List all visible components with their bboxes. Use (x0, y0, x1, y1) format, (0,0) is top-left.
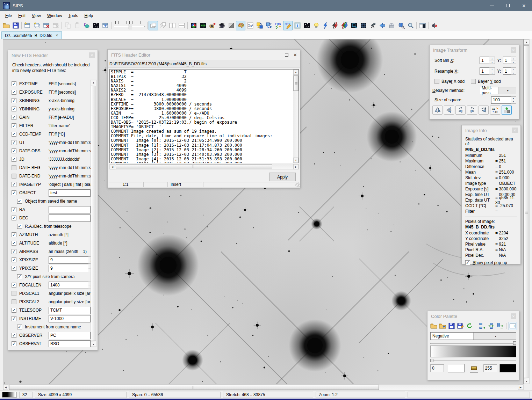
date-obs-checkbox[interactable]: ✓ (12, 148, 16, 153)
observat-checkbox[interactable]: ✓ (12, 341, 16, 346)
flip-horizontal-button[interactable] (432, 106, 443, 115)
resample-x-value[interactable]: 1 (480, 67, 489, 75)
batch-transform-button[interactable] (255, 21, 264, 30)
aperture-rings-button[interactable] (359, 21, 368, 30)
center-cross-button[interactable] (101, 21, 110, 30)
show-pixel-popup-checkbox[interactable]: ✓ (465, 260, 470, 265)
airmass-checkbox[interactable]: ✓ (12, 249, 16, 254)
editor-horizontal-scrollbar[interactable]: ◀ ▶ (109, 164, 299, 169)
black-point-slider[interactable] (430, 359, 516, 362)
resample-y-value[interactable]: 1 (503, 67, 511, 75)
soft-bin-x[interactable]: 1▲▼ (480, 57, 495, 64)
soft-bin-y-value[interactable]: 1 (503, 57, 511, 64)
focallen-input-value[interactable]: 1408 (49, 282, 88, 289)
fits-header-text-area[interactable]: SIMPLE = T BITPIX = 32 NAXIS = 2 NAXIS1 … (109, 69, 299, 163)
observer-input[interactable]: PC (49, 332, 91, 339)
resample-y-up-icon[interactable]: ▲ (511, 68, 516, 71)
color-wheel-button[interactable] (189, 21, 198, 30)
xpixsize-input[interactable]: 9▲▼ (49, 256, 91, 264)
scroll-down-icon[interactable]: ▼ (293, 158, 299, 163)
imagetyp-checkbox[interactable]: ✓ (12, 182, 16, 187)
vertical-scrollbar[interactable]: ▲ ▼ (524, 39, 530, 384)
instrume-input[interactable]: V-1000 (49, 315, 91, 322)
scroll-up-icon[interactable]: ▲ (91, 80, 96, 85)
scroll-left-icon[interactable]: ◀ (110, 164, 115, 169)
ccd-temp-checkbox[interactable]: ✓ (12, 132, 16, 137)
editor-vertical-scrollbar[interactable]: ▲ ▼ (293, 70, 299, 163)
fits-filter-gain-button[interactable]: FITS (274, 21, 283, 30)
square-size-input-up-icon[interactable]: ▲ (511, 97, 516, 100)
horizontal-scrollbar[interactable]: ◀ ▶ (3, 384, 524, 390)
star-mask-button[interactable] (91, 21, 101, 30)
align-target-button[interactable] (198, 21, 208, 30)
rotate-180-button[interactable] (479, 106, 489, 115)
instrument-from-camera-name-checkbox[interactable]: ✓ (17, 325, 22, 329)
editor-hscroll-track[interactable] (115, 164, 293, 169)
tab-m45-b-dd-fits[interactable]: D:\...\sum\M45_B_DD.fits ✕ (1, 31, 62, 39)
instrume-checkbox[interactable]: ✓ (12, 316, 16, 321)
focallen-input[interactable]: 1408▲▼ (49, 282, 91, 289)
chevron-down-icon[interactable]: ▼ (498, 87, 516, 94)
telescope-control-button[interactable] (368, 21, 378, 30)
telescop-input[interactable]: TCMT (49, 307, 91, 314)
resample-x[interactable]: 1▲▼ (480, 67, 495, 75)
new-palette-button[interactable] (439, 322, 447, 330)
menu-window[interactable]: Window (44, 12, 65, 19)
min-color-swatch[interactable] (448, 364, 465, 372)
square-size-input-spin-buttons[interactable]: ▲▼ (511, 96, 516, 104)
resample-y-down-icon[interactable]: ▼ (511, 71, 516, 74)
close-window-button[interactable] (42, 21, 51, 30)
tile-horizontal-button[interactable] (177, 21, 186, 30)
scroll-up-icon[interactable]: ▲ (293, 70, 299, 75)
calibration-dark-button[interactable] (321, 21, 330, 30)
black-point-handle[interactable] (430, 359, 433, 362)
exptime-checkbox[interactable]: ✓ (12, 81, 16, 86)
minimize-icon[interactable] (276, 55, 280, 55)
close-panel-icon[interactable]: ✕ (511, 313, 516, 319)
dec-input[interactable] (49, 214, 91, 222)
max-value-input[interactable]: 255 (483, 364, 497, 372)
soft-bin-x-down-icon[interactable]: ▼ (489, 60, 495, 64)
object-input[interactable]: test (49, 189, 91, 197)
edit-palette-button[interactable] (456, 322, 465, 330)
close-icon[interactable]: ✕ (293, 52, 297, 58)
x-y-pixel-size-from-camera-checkbox[interactable]: ✓ (17, 274, 22, 279)
import-data-button[interactable] (502, 106, 512, 115)
open-palette-button[interactable] (430, 322, 438, 330)
bayer-x-odd-checkbox[interactable] (434, 79, 439, 84)
soft-bin-y-down-icon[interactable]: ▼ (511, 60, 516, 64)
scroll-down-icon[interactable]: ▼ (91, 342, 96, 347)
keyword-list-scrollbar[interactable]: ▲ ▼ (91, 80, 96, 347)
scroll-right-icon[interactable]: ▶ (518, 385, 523, 390)
soft-bin-x-spin-buttons[interactable]: ▲▼ (489, 57, 495, 64)
horizontal-scroll-track[interactable] (8, 385, 518, 390)
xpixsize-input-value[interactable]: 9 (49, 256, 88, 264)
resize-grip[interactable] (295, 183, 300, 187)
scroll-down-icon[interactable]: ▼ (524, 379, 529, 384)
observat-input[interactable]: BSO (49, 340, 91, 348)
zoom-slider-thumb[interactable] (129, 24, 132, 29)
resample-x-up-icon[interactable]: ▲ (489, 68, 495, 71)
editor-vscroll-track[interactable] (293, 75, 299, 158)
rotate-right-button[interactable] (467, 106, 477, 115)
node-shift-button[interactable] (496, 322, 504, 330)
flip-gradient-button[interactable] (470, 364, 478, 373)
observatory-dome-button[interactable] (387, 21, 396, 30)
maximize-icon[interactable] (285, 53, 288, 57)
ypixsize-input-value[interactable]: 9 (49, 265, 88, 272)
batch-formula-button[interactable]: F (264, 21, 274, 30)
screen-light-button[interactable] (311, 21, 321, 30)
gain-checkbox[interactable]: ✓ (12, 115, 16, 120)
menu-file[interactable]: File (2, 12, 15, 19)
soft-bin-y[interactable]: 1▲▼ (503, 57, 516, 64)
image-info-button[interactable]: i (293, 21, 302, 30)
debayer-method-select[interactable]: Multi-pass▼ (480, 87, 516, 94)
editor-hscroll-thumb[interactable] (116, 164, 272, 169)
max-color-swatch[interactable] (499, 364, 516, 372)
tab-close-icon[interactable]: ✕ (55, 34, 58, 37)
vertical-scroll-thumb[interactable] (524, 45, 529, 378)
reload-palette-button[interactable] (465, 322, 474, 330)
close-panel-icon[interactable]: ✕ (512, 128, 518, 133)
ra-checkbox[interactable]: ✓ (12, 207, 16, 212)
new-window-button[interactable] (23, 21, 32, 30)
